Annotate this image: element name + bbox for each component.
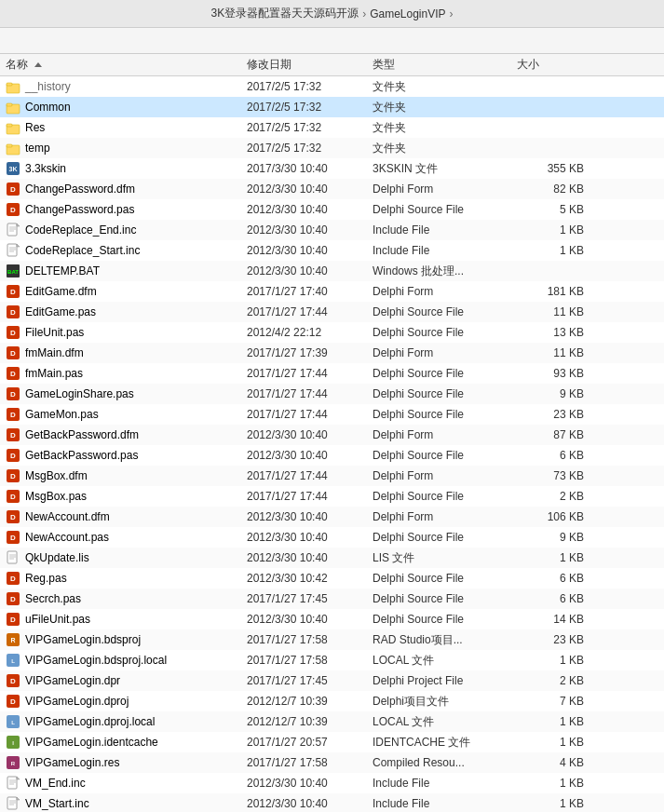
file-name: VIPGameLogin.dpr [25,674,120,687]
file-name: NewAccount.pas [25,531,109,544]
breadcrumb-part-1[interactable]: 3K登录器配置器天天源码开源 [210,6,359,21]
svg-text:D: D [10,329,16,337]
table-row[interactable]: L VIPGameLogin.dproj.local2012/12/7 10:3… [0,711,664,732]
delphi-icon: D [6,673,20,688]
table-row[interactable]: D ChangePassword.pas2012/3/30 10:40Delph… [0,199,664,220]
table-row[interactable]: D MsgBox.pas2017/1/27 17:44Delphi Source… [0,486,664,507]
table-row[interactable]: D VIPGameLogin.dpr2017/1/27 17:45Delphi … [0,670,664,691]
cell-date: 2017/1/27 17:44 [247,305,373,318]
col-header-size[interactable]: 大小 [517,57,591,73]
cell-date: 2017/1/27 20:57 [247,736,373,749]
rad-icon: R [6,632,20,647]
delphi-icon: D [6,509,20,524]
delphi-icon: D [6,407,20,422]
cell-size: 6 KB [517,572,591,585]
table-row[interactable]: D fmMain.dfm2017/1/27 17:39Delphi Form11… [0,343,664,363]
delphi-icon: D [6,345,20,360]
cell-type: LOCAL 文件 [373,653,517,669]
table-row[interactable]: D Reg.pas2012/3/30 10:42Delphi Source Fi… [0,568,664,589]
table-row[interactable]: Res2017/2/5 17:32文件夹 [0,117,664,138]
cell-date: 2017/1/27 17:58 [247,654,373,667]
cell-name: D Secrch.pas [0,591,247,606]
cell-type: 3KSKIN 文件 [373,161,517,177]
breadcrumb-part-2[interactable]: GameLoginVIP [370,7,445,20]
svg-marker-15 [17,223,20,226]
table-row[interactable]: D EditGame.dfm2017/1/27 17:40Delphi Form… [0,281,664,302]
cell-type: 文件夹 [373,79,517,95]
cell-type: Delphi Source File [373,490,517,503]
delphi-icon: D [6,571,20,586]
file-name: uFileUnit.pas [25,613,90,626]
table-row[interactable]: D MsgBox.dfm2017/1/27 17:44Delphi Form73… [0,466,664,486]
table-row[interactable]: D ChangePassword.dfm2012/3/30 10:40Delph… [0,179,664,199]
table-row[interactable]: QkUpdate.lis2012/3/30 10:40LIS 文件1 KB [0,548,664,568]
cell-date: 2012/3/30 10:40 [247,428,373,441]
cell-type: Include File [373,797,517,810]
table-row[interactable]: D fmMain.pas2017/1/27 17:44Delphi Source… [0,363,664,384]
svg-rect-19 [7,244,17,256]
file-name: VIPGameLogin.dproj [25,695,129,708]
table-row[interactable]: D GameLoginShare.pas2017/1/27 17:44Delph… [0,384,664,404]
cell-type: 文件夹 [373,120,517,136]
table-row[interactable]: D EditGame.pas2017/1/27 17:44Delphi Sour… [0,302,664,322]
col-size-label: 大小 [517,58,539,71]
table-row[interactable]: CodeReplace_End.inc2012/3/30 10:40Includ… [0,220,664,240]
table-row[interactable]: temp2017/2/5 17:32文件夹 [0,138,664,158]
table-row[interactable]: D VIPGameLogin.dproj2012/12/7 10:39Delph… [0,691,664,711]
table-row[interactable]: I VIPGameLogin.identcache2017/1/27 20:57… [0,732,664,752]
table-row[interactable]: VM_End.inc2012/3/30 10:40Include File1 K… [0,773,664,793]
table-row[interactable]: D GetBackPassword.pas2012/3/30 10:40Delp… [0,445,664,466]
table-row[interactable]: D FileUnit.pas2012/4/2 22:12Delphi Sourc… [0,322,664,343]
table-row[interactable]: R VIPGameLogin.bdsproj2017/1/27 17:58RAD… [0,629,664,650]
file-name: ChangePassword.dfm [25,183,135,196]
svg-text:3K: 3K [9,166,18,172]
cell-size: 82 KB [517,183,591,196]
col-header-type[interactable]: 类型 [373,57,517,73]
cell-date: 2017/1/27 17:45 [247,592,373,605]
table-row[interactable]: VM_Start.inc2012/3/30 10:40Include File1… [0,793,664,812]
table-row[interactable]: D uFileUnit.pas2012/3/30 10:40Delphi Sou… [0,609,664,629]
svg-marker-77 [17,777,20,779]
file-name: VIPGameLogin.bdsproj [25,633,141,646]
cell-date: 2012/12/7 10:39 [247,695,373,708]
svg-text:D: D [10,677,16,685]
table-row[interactable]: R VIPGameLogin.res2017/1/27 17:58Compile… [0,752,664,773]
cell-date: 2017/1/27 17:44 [247,408,373,421]
cell-date: 2017/2/5 17:32 [247,142,373,155]
file-name: VIPGameLogin.res [25,756,119,769]
breadcrumb-sep-1: › [362,7,366,20]
col-header-name[interactable]: 名称 [0,57,247,73]
include-icon [6,243,20,258]
cell-type: Delphi Form [373,510,517,523]
table-row[interactable]: D NewAccount.pas2012/3/30 10:40Delphi So… [0,527,664,548]
cell-name: D uFileUnit.pas [0,612,247,627]
table-row[interactable]: D GameMon.pas2017/1/27 17:44Delphi Sourc… [0,404,664,425]
cell-type: Delphi Source File [373,592,517,605]
table-row[interactable]: L VIPGameLogin.bdsproj.local2017/1/27 17… [0,650,664,670]
file-name: VIPGameLogin.identcache [25,736,158,749]
table-row[interactable]: CodeReplace_Start.inc2012/3/30 10:40Incl… [0,240,664,261]
cell-date: 2012/3/30 10:40 [247,183,373,196]
cell-size: 1 KB [517,654,591,667]
table-row[interactable]: D NewAccount.dfm2012/3/30 10:40Delphi Fo… [0,507,664,527]
cell-name: D MsgBox.dfm [0,468,247,483]
cell-size: 4 KB [517,756,591,769]
cell-type: Delphi Source File [373,408,517,421]
file-name: ChangePassword.pas [25,203,134,216]
cell-size: 14 KB [517,613,591,626]
table-row[interactable]: Common2017/2/5 17:32文件夹 [0,97,664,117]
table-row[interactable]: D GetBackPassword.dfm2012/3/30 10:40Delp… [0,425,664,445]
table-row[interactable]: D Secrch.pas2017/1/27 17:45Delphi Source… [0,589,664,609]
table-row[interactable]: BAT DELTEMP.BAT2012/3/30 10:40Windows 批处… [0,261,664,281]
folder-icon [6,100,20,115]
table-row[interactable]: __history2017/2/5 17:32文件夹 [0,76,664,97]
cell-date: 2017/3/30 10:40 [247,162,373,175]
cell-date: 2012/3/30 10:40 [247,203,373,216]
table-row[interactable]: 3K 3.3kskin2017/3/30 10:403KSKIN 文件355 K… [0,158,664,179]
col-header-date[interactable]: 修改日期 [247,57,373,73]
cell-name: 3K 3.3kskin [0,161,247,176]
cell-date: 2017/1/27 17:44 [247,469,373,482]
file-name: MsgBox.pas [25,490,87,503]
cell-type: Delphi Form [373,469,517,482]
cell-date: 2017/2/5 17:32 [247,80,373,93]
